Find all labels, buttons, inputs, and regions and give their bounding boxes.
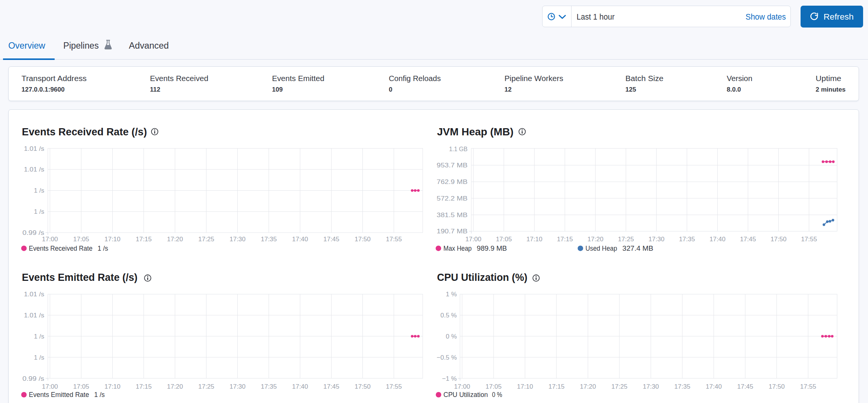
svg-text:17:55: 17:55 [800,383,816,390]
svg-text:572.2 MB: 572.2 MB [437,195,468,202]
svg-text:17:50: 17:50 [355,383,371,390]
svg-text:17:15: 17:15 [136,383,152,390]
svg-text:1 /s: 1 /s [94,391,105,398]
svg-text:Version: Version [727,74,752,83]
svg-text:17:25: 17:25 [611,383,628,390]
svg-text:Events Received Rate (/s): Events Received Rate (/s) [22,126,147,138]
svg-text:17:20: 17:20 [587,236,604,243]
svg-text:17:10: 17:10 [517,383,533,390]
svg-text:327.4 MB: 327.4 MB [622,245,653,252]
svg-text:0.5 %: 0.5 % [440,312,457,319]
svg-text:Used Heap: Used Heap [585,245,617,252]
svg-text:0.99 /s: 0.99 /s [23,229,44,236]
svg-text:1.01 /s: 1.01 /s [24,291,44,298]
svg-text:Events Emitted Rate: Events Emitted Rate [29,391,89,398]
svg-text:17:30: 17:30 [643,383,659,390]
svg-text:17:10: 17:10 [526,236,542,243]
svg-text:17:50: 17:50 [769,383,785,390]
svg-text:17:35: 17:35 [674,383,691,390]
svg-text:Overview: Overview [8,41,45,51]
svg-text:0 %: 0 % [492,391,502,398]
svg-text:17:50: 17:50 [770,236,787,243]
svg-text:−0.5 %: −0.5 % [437,354,457,361]
svg-text:1 /s: 1 /s [34,208,44,215]
svg-text:17:25: 17:25 [198,383,214,390]
svg-text:Events Emitted Rate (/s): Events Emitted Rate (/s) [22,272,138,283]
svg-text:12: 12 [504,86,512,93]
svg-text:Events Emitted: Events Emitted [272,74,324,83]
svg-text:17:50: 17:50 [355,236,371,243]
svg-text:17:15: 17:15 [549,383,565,390]
svg-text:17:55: 17:55 [386,236,402,243]
svg-text:17:45: 17:45 [740,236,756,243]
svg-text:17:40: 17:40 [706,383,722,390]
svg-text:Config Reloads: Config Reloads [389,74,441,83]
svg-text:1.1 GB: 1.1 GB [449,146,468,153]
svg-text:109: 109 [272,86,283,93]
svg-text:17:35: 17:35 [261,383,277,390]
svg-text:17:15: 17:15 [136,236,152,243]
svg-text:1 /s: 1 /s [34,354,44,361]
svg-text:1 /s: 1 /s [34,333,44,340]
svg-text:Transport Address: Transport Address [21,74,87,83]
svg-text:17:10: 17:10 [104,383,121,390]
svg-text:953.7 MB: 953.7 MB [437,162,468,169]
svg-text:17:25: 17:25 [198,236,214,243]
svg-text:381.5 MB: 381.5 MB [437,211,468,219]
svg-text:127.0.0.1:9600: 127.0.0.1:9600 [21,86,64,93]
svg-text:17:10: 17:10 [104,236,121,243]
svg-text:17:30: 17:30 [648,236,665,243]
svg-text:190.7 MB: 190.7 MB [437,228,468,235]
svg-text:17:40: 17:40 [292,236,308,243]
svg-text:989.9 MB: 989.9 MB [477,245,507,252]
svg-text:17:30: 17:30 [229,236,246,243]
svg-text:17:45: 17:45 [737,383,753,390]
svg-text:0: 0 [389,86,392,93]
svg-text:2 minutes: 2 minutes [816,86,845,93]
svg-text:Pipeline Workers: Pipeline Workers [504,74,563,83]
svg-text:Events Received Rate: Events Received Rate [29,245,93,252]
svg-text:17:20: 17:20 [167,236,183,243]
svg-text:17:45: 17:45 [323,383,339,390]
svg-text:17:00: 17:00 [465,236,481,243]
svg-text:Pipelines: Pipelines [63,41,99,51]
svg-text:0.99 /s: 0.99 /s [23,375,44,382]
svg-text:Refresh: Refresh [824,12,854,21]
svg-text:Batch Size: Batch Size [625,74,663,83]
svg-text:JVM Heap (MB): JVM Heap (MB) [437,126,513,138]
svg-text:17:35: 17:35 [679,236,695,243]
svg-text:17:55: 17:55 [386,383,402,390]
svg-text:17:05: 17:05 [73,383,89,390]
svg-text:17:15: 17:15 [557,236,573,243]
svg-text:Last 1 hour: Last 1 hour [577,12,615,21]
svg-text:1.01 /s: 1.01 /s [24,166,44,173]
svg-text:17:35: 17:35 [261,236,277,243]
svg-text:17:05: 17:05 [496,236,512,243]
svg-text:1.01 /s: 1.01 /s [24,312,44,319]
svg-text:8.0.0: 8.0.0 [727,86,741,93]
svg-text:17:00: 17:00 [42,383,58,390]
svg-text:1.01 /s: 1.01 /s [24,145,44,152]
svg-text:17:45: 17:45 [323,236,339,243]
svg-text:1 /s: 1 /s [34,187,44,194]
svg-text:17:55: 17:55 [801,236,817,243]
svg-text:−1 %: −1 % [442,375,457,382]
svg-text:17:20: 17:20 [580,383,596,390]
svg-text:17:40: 17:40 [292,383,308,390]
svg-text:Events Received: Events Received [150,74,208,83]
svg-text:17:20: 17:20 [167,383,183,390]
svg-text:17:30: 17:30 [229,383,246,390]
svg-text:17:00: 17:00 [454,383,470,390]
svg-text:Advanced: Advanced [129,41,169,51]
svg-text:Show dates: Show dates [746,12,786,21]
svg-text:112: 112 [150,86,160,93]
svg-text:17:05: 17:05 [73,236,89,243]
svg-text:Max Heap: Max Heap [443,245,472,252]
svg-text:1 /s: 1 /s [98,245,108,252]
svg-text:1 %: 1 % [446,291,457,298]
svg-text:17:00: 17:00 [42,236,58,243]
svg-text:CPU Utilization (%): CPU Utilization (%) [437,272,527,283]
svg-text:762.9 MB: 762.9 MB [437,178,468,185]
svg-text:0 %: 0 % [446,333,457,340]
svg-text:17:25: 17:25 [618,236,634,243]
